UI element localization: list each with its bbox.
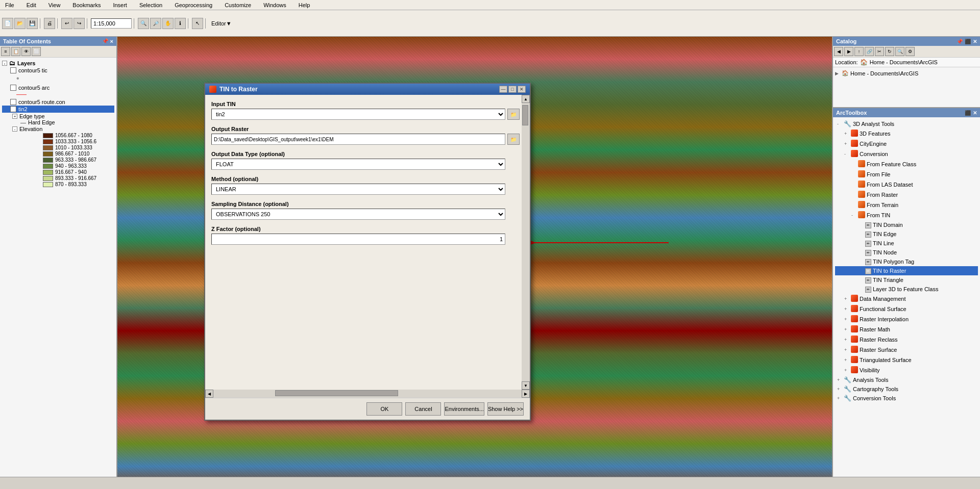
toolbox-item-visibility[interactable]: +Visibility — [835, 365, 978, 375]
dialog-maximize[interactable]: □ — [508, 86, 517, 93]
toolbox-expand-conversion-tools[interactable]: + — [837, 396, 842, 401]
toc-layers-expand[interactable]: - — [2, 61, 7, 66]
input-tin-select[interactable]: tin2 — [211, 109, 505, 120]
catalog-home-expand[interactable]: ▶ — [835, 71, 840, 76]
output-datatype-select[interactable]: FLOAT INT — [211, 159, 505, 170]
hscroll-left[interactable]: ◀ — [205, 390, 213, 398]
toc-list-by-source[interactable]: 📋 — [11, 47, 20, 56]
toc-checkbox-tin2[interactable]: ✓ — [10, 106, 16, 112]
menu-bookmarks[interactable]: Bookmarks — [69, 1, 104, 9]
editor-label[interactable]: Editor▼ — [209, 20, 234, 27]
method-select[interactable]: LINEAR NATURAL_NEIGHBORS — [211, 184, 505, 195]
show-help-button[interactable]: Show Help >> — [487, 402, 524, 416]
menu-windows[interactable]: Windows — [260, 1, 289, 9]
toolbar-identify[interactable]: ℹ — [175, 18, 186, 29]
toc-list-by-drawing-order[interactable]: ≡ — [1, 47, 10, 56]
toolbox-item-tin-node[interactable]: ✏TIN Node — [835, 248, 978, 257]
catalog-search[interactable]: 🔍 — [895, 47, 904, 56]
dialog-minimize[interactable]: — — [499, 86, 507, 93]
toolbox-item-from-las-dataset[interactable]: From LAS Dataset — [835, 179, 978, 190]
toolbox-item-from-terrain[interactable]: From Terrain — [835, 200, 978, 210]
ok-button[interactable]: OK — [366, 402, 402, 416]
toolbox-item-from-raster[interactable]: From Raster — [835, 190, 978, 200]
toolbar-save[interactable]: 💾 — [27, 18, 38, 29]
catalog-up[interactable]: ↑ — [854, 47, 864, 56]
toolbar-redo[interactable]: ↪ — [74, 18, 85, 29]
catalog-pin[interactable]: 📌 — [957, 39, 963, 44]
toolbox-item-tin-edge[interactable]: ✏TIN Edge — [835, 229, 978, 239]
catalog-disconnect[interactable]: ✂ — [875, 47, 884, 56]
menu-geoprocessing[interactable]: Geoprocessing — [172, 1, 215, 9]
toolbox-expand-functional-surface[interactable]: + — [844, 306, 849, 312]
toolbox-expand-cartography-tools[interactable]: + — [837, 387, 842, 392]
arctoolbox-x[interactable]: ✕ — [973, 110, 977, 116]
vscroll-down[interactable]: ▼ — [522, 381, 530, 390]
toolbox-item-triangulated-surface[interactable]: +Triangulated Surface — [835, 355, 978, 365]
toolbox-item-conversion[interactable]: -Conversion — [835, 149, 978, 159]
menu-file[interactable]: File — [2, 1, 17, 9]
cancel-button[interactable]: Cancel — [405, 402, 441, 416]
arctoolbox-pin[interactable]: ⬛ — [965, 110, 971, 116]
toc-item-contour5-tic[interactable]: contour5 tic — [2, 67, 114, 74]
menu-help[interactable]: Help — [296, 1, 313, 9]
toc-elevation-header[interactable]: - Elevation — [12, 126, 114, 132]
scale-input[interactable] — [91, 18, 132, 29]
toolbox-expand-triangulated-surface[interactable]: + — [844, 357, 849, 363]
catalog-forward[interactable]: ▶ — [844, 47, 853, 56]
dialog-close[interactable]: ✕ — [518, 86, 526, 93]
toc-pin[interactable]: 📌 — [102, 38, 108, 44]
toc-item-contour5-route[interactable]: contour5 route.con — [2, 98, 114, 106]
menu-selection[interactable]: Selection — [136, 1, 165, 9]
toc-checkbox-tic[interactable] — [10, 67, 16, 73]
toolbar-print[interactable]: 🖨 — [44, 18, 55, 29]
catalog-refresh[interactable]: ↻ — [885, 47, 894, 56]
toolbox-expand-data-management[interactable]: + — [844, 296, 849, 301]
menu-insert[interactable]: Insert — [110, 1, 130, 9]
toolbox-expand-city-engine[interactable]: + — [844, 141, 849, 146]
toolbox-item-raster-interpolation[interactable]: +Raster Interpolation — [835, 314, 978, 324]
toolbox-item-raster-math[interactable]: +Raster Math — [835, 324, 978, 334]
toolbox-item-tin-to-raster[interactable]: ✏TIN to Raster — [835, 266, 978, 275]
toolbar-pan[interactable]: ✋ — [162, 18, 174, 29]
toolbar-zoom-out[interactable]: 🔎 — [150, 18, 161, 29]
toc-list-by-visibility[interactable]: 👁 — [21, 47, 31, 56]
catalog-back[interactable]: ◀ — [834, 47, 843, 56]
toolbox-expand-raster-math[interactable]: + — [844, 327, 849, 332]
toolbox-item-tin-line[interactable]: ✏TIN Line — [835, 239, 978, 248]
toc-checkbox-arc[interactable] — [10, 85, 16, 91]
toolbox-expand-3d-analyst[interactable]: - — [837, 121, 842, 126]
menu-edit[interactable]: Edit — [23, 1, 39, 9]
output-raster-browse[interactable]: 📁 — [507, 134, 520, 145]
toc-layers-header[interactable]: - 🗂 Layers — [2, 60, 114, 67]
toolbox-expand-3d-features[interactable]: + — [844, 131, 849, 136]
toolbox-item-city-engine[interactable]: +CityEngine — [835, 139, 978, 149]
toolbox-expand-visibility[interactable]: + — [844, 368, 849, 373]
toolbox-item-tin-domain[interactable]: ✏TIN Domain — [835, 220, 978, 229]
catalog-connect[interactable]: 🔗 — [865, 47, 874, 56]
toolbar-undo[interactable]: ↩ — [61, 18, 72, 29]
toolbox-expand-raster-surface[interactable]: + — [844, 347, 849, 352]
toolbox-expand-from-tin[interactable]: - — [851, 213, 856, 218]
toolbar-new[interactable]: 📄 — [2, 18, 13, 29]
vscroll-up[interactable]: ▲ — [522, 95, 530, 103]
catalog-close[interactable]: ⬛ — [965, 39, 971, 44]
toc-edge-expand[interactable]: + — [12, 114, 17, 119]
toolbox-item-3d-analyst[interactable]: -🔧3D Analyst Tools — [835, 119, 978, 128]
toolbox-expand-raster-reclass[interactable]: + — [844, 337, 849, 342]
toolbox-item-functional-surface[interactable]: +Functional Surface — [835, 304, 978, 314]
hscroll-track[interactable] — [213, 390, 522, 398]
toolbox-item-layer-3d-to-fc[interactable]: ✏Layer 3D to Feature Class — [835, 285, 978, 294]
toolbox-item-3d-features[interactable]: +3D Features — [835, 128, 978, 139]
toolbox-expand-conversion[interactable]: - — [844, 151, 849, 157]
toolbox-item-cartography-tools[interactable]: +🔧Cartography Tools — [835, 384, 978, 394]
toolbox-item-tin-triangle[interactable]: ✏TIN Triangle — [835, 275, 978, 285]
menu-view[interactable]: View — [45, 1, 64, 9]
catalog-x[interactable]: ✕ — [973, 39, 977, 44]
toolbar-select[interactable]: ↖ — [192, 18, 203, 29]
toolbox-item-analysis-tools[interactable]: +🔧Analysis Tools — [835, 375, 978, 384]
toolbox-item-tin-polygon-tag[interactable]: ✏TIN Polygon Tag — [835, 257, 978, 266]
sampling-select[interactable]: OBSERVATIONS 250 CELLSIZE — [211, 209, 505, 220]
z-factor-input[interactable] — [211, 234, 505, 245]
toolbox-expand-raster-interpolation[interactable]: + — [844, 317, 849, 322]
catalog-options[interactable]: ⚙ — [905, 47, 915, 56]
